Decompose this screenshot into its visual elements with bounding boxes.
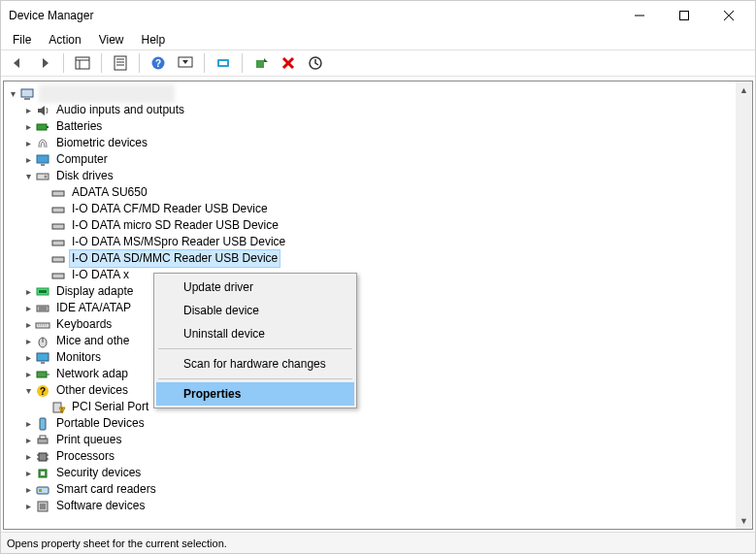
- action-dropdown-button[interactable]: [175, 52, 196, 74]
- tree-node-monitors[interactable]: ▸ Monitors: [6, 349, 750, 366]
- tree-root-computer[interactable]: ▾ (this computer): [6, 85, 750, 102]
- tree-node-computer[interactable]: ▸ Computer: [6, 151, 750, 168]
- tree-node-disk-item[interactable]: I-O DATA CF/MD Reader USB Device: [6, 201, 750, 217]
- svg-rect-16: [256, 60, 264, 68]
- expand-icon[interactable]: ▸: [21, 417, 35, 431]
- uninstall-device-button[interactable]: [278, 52, 299, 74]
- cpu-icon: [35, 449, 50, 465]
- tree-node-print-queues[interactable]: ▸ Print queues: [6, 432, 750, 448]
- tree-node-audio[interactable]: ▸ Audio inputs and outputs: [6, 102, 750, 118]
- svg-rect-54: [39, 453, 47, 461]
- expand-icon[interactable]: ▸: [21, 335, 35, 348]
- expand-icon[interactable]: ▸: [21, 153, 35, 167]
- tree-label: Computer: [54, 151, 110, 168]
- properties-button[interactable]: [110, 52, 131, 74]
- menu-action[interactable]: Action: [41, 31, 88, 49]
- tree-node-biometric[interactable]: ▸ Biometric devices: [6, 135, 750, 151]
- tree-node-processors[interactable]: ▸ Processors: [6, 448, 750, 465]
- toolbar: ?: [1, 49, 755, 77]
- tree-node-disk-drives[interactable]: ▾ Disk drives: [6, 168, 750, 184]
- expand-icon[interactable]: ▸: [21, 434, 35, 447]
- vertical-scrollbar[interactable]: ▲ ▼: [736, 81, 752, 529]
- svg-rect-61: [37, 487, 49, 494]
- tree-node-network[interactable]: ▸ Network adap: [6, 366, 750, 382]
- expand-icon[interactable]: ▸: [21, 318, 35, 332]
- context-menu-uninstall-device[interactable]: Uninstall device: [156, 322, 354, 345]
- expand-icon[interactable]: ▸: [21, 120, 35, 134]
- tree-node-disk-item[interactable]: I-O DATA micro SD Reader USB Device: [6, 217, 750, 234]
- tree-node-pci-serial[interactable]: ! PCI Serial Port: [6, 399, 750, 415]
- tree-node-portable-devices[interactable]: ▸ Portable Devices: [6, 415, 750, 432]
- context-menu: Update driver Disable device Uninstall d…: [153, 273, 357, 408]
- scroll-down-icon[interactable]: ▼: [736, 512, 752, 529]
- tree-node-security-devices[interactable]: ▸ Security devices: [6, 465, 750, 481]
- tree-label: I-O DATA SD/MMC Reader USB Device: [70, 250, 279, 267]
- tree-node-disk-item[interactable]: I-O DATA MS/MSpro Reader USB Device: [6, 234, 750, 250]
- forward-button[interactable]: [34, 52, 55, 74]
- tree-node-other-devices[interactable]: ▾ ? Other devices: [6, 382, 750, 399]
- tree-node-mice[interactable]: ▸ Mice and othe: [6, 333, 750, 349]
- show-hide-console-button[interactable]: [72, 52, 93, 74]
- svg-rect-1: [680, 12, 689, 20]
- tree-node-disk-item-selected[interactable]: I-O DATA SD/MMC Reader USB Device: [6, 250, 750, 267]
- svg-rect-64: [40, 504, 46, 509]
- keyboard-icon: [35, 317, 50, 333]
- menu-help[interactable]: Help: [134, 31, 174, 49]
- maximize-button[interactable]: [662, 1, 707, 30]
- tree-label: Security devices: [54, 465, 143, 481]
- tree-node-smartcard[interactable]: ▸ Smart card readers: [6, 481, 750, 498]
- tree-label: Batteries: [54, 118, 104, 135]
- tree-node-ide-ata[interactable]: ▸ IDE ATA/ATAP: [6, 300, 750, 316]
- expand-icon[interactable]: ▸: [21, 483, 35, 497]
- close-button[interactable]: [707, 1, 751, 30]
- tree-label: Network adap: [54, 366, 130, 382]
- context-menu-scan-hardware[interactable]: Scan for hardware changes: [156, 352, 354, 375]
- collapse-icon[interactable]: ▾: [21, 170, 35, 183]
- update-driver-button[interactable]: [305, 52, 326, 74]
- svg-rect-53: [40, 436, 46, 439]
- smartcard-icon: [35, 482, 50, 498]
- scroll-track[interactable]: [736, 98, 752, 512]
- tree-node-display-adapters[interactable]: ▸ Display adapte: [6, 283, 750, 300]
- tree-label: I-O DATA MS/MSpro Reader USB Device: [70, 234, 287, 250]
- tree-node-keyboards[interactable]: ▸ Keyboards: [6, 316, 750, 333]
- tree-label: Mice and othe: [54, 333, 131, 349]
- tree-node-batteries[interactable]: ▸ Batteries: [6, 118, 750, 135]
- unknown-device-icon: ?: [35, 383, 50, 399]
- monitor-icon: [35, 152, 50, 168]
- context-menu-update-driver[interactable]: Update driver: [156, 276, 354, 299]
- expand-icon[interactable]: ▸: [21, 137, 35, 150]
- collapse-icon[interactable]: ▾: [21, 384, 35, 398]
- svg-rect-25: [41, 164, 45, 166]
- context-menu-disable-device[interactable]: Disable device: [156, 299, 354, 322]
- help-button[interactable]: ?: [148, 52, 169, 74]
- expand-icon[interactable]: ▸: [21, 368, 35, 381]
- svg-text:?: ?: [40, 386, 46, 397]
- monitor-icon: [35, 350, 50, 366]
- expand-icon[interactable]: ▸: [21, 285, 35, 299]
- svg-rect-60: [41, 472, 45, 475]
- minimize-button[interactable]: [617, 1, 662, 30]
- tree-node-disk-item[interactable]: ADATA SU650: [6, 184, 750, 201]
- disk-icon: [50, 268, 66, 283]
- scan-hardware-button[interactable]: [213, 52, 234, 74]
- scroll-up-icon[interactable]: ▲: [736, 81, 752, 98]
- expand-icon[interactable]: ▾: [6, 87, 19, 101]
- mouse-icon: [35, 334, 50, 349]
- expand-icon[interactable]: ▸: [21, 302, 35, 315]
- device-tree[interactable]: ▾ (this computer) ▸ Audio inputs and out…: [4, 81, 752, 529]
- expand-icon[interactable]: ▸: [21, 450, 35, 464]
- context-menu-properties[interactable]: Properties: [156, 382, 354, 406]
- tree-label: I-O DATA micro SD Reader USB Device: [70, 217, 280, 234]
- expand-icon[interactable]: ▸: [21, 500, 35, 513]
- menu-file[interactable]: File: [5, 31, 39, 49]
- expand-icon[interactable]: ▸: [21, 351, 35, 365]
- tree-node-software-devices[interactable]: ▸ Software devices: [6, 498, 750, 514]
- toolbar-separator: [139, 53, 140, 73]
- tree-node-disk-item[interactable]: I-O DATA x: [6, 267, 750, 283]
- expand-icon[interactable]: ▸: [21, 104, 35, 117]
- expand-icon[interactable]: ▸: [21, 467, 35, 480]
- back-button[interactable]: [7, 52, 28, 74]
- enable-device-button[interactable]: [250, 52, 272, 74]
- menu-view[interactable]: View: [91, 31, 132, 49]
